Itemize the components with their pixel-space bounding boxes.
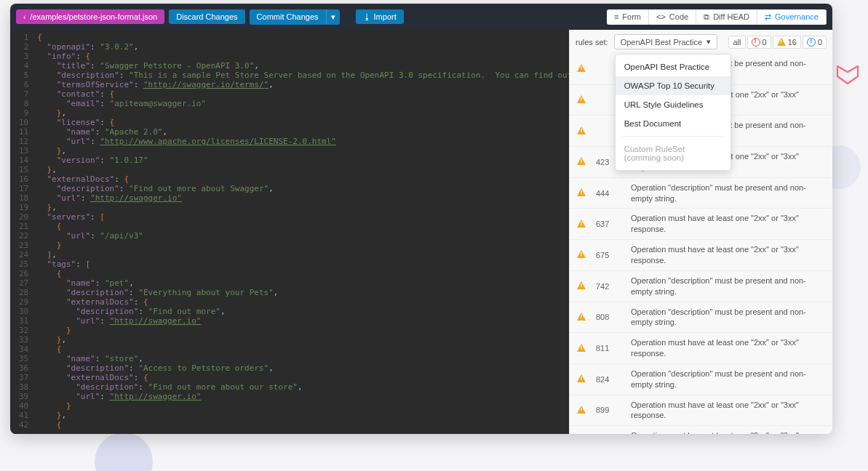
error-icon [752, 38, 760, 47]
rules-set-dropdown[interactable]: OpenAPI Best Practice ▾ OpenAPI Best Pra… [614, 34, 718, 49]
issue-message: Operation must have at least one "2xx" o… [631, 244, 825, 266]
code-content[interactable]: { "openapi": "3.0.2", "info": { "title":… [34, 30, 569, 434]
issue-row[interactable]: 637Operation must have at least one "2xx… [570, 209, 832, 240]
issue-message: Operation "description" must be present … [631, 182, 825, 204]
issue-message: Operation must have at least one "2xx" o… [631, 400, 825, 422]
issue-row[interactable]: 675Operation must have at least one "2xx… [570, 240, 832, 271]
issue-message: Operation must have at least one "2xx" o… [631, 337, 825, 359]
decorative-circle [95, 432, 153, 471]
ruleset-option[interactable]: OWASP Top 10 Security [616, 76, 730, 95]
issue-row[interactable]: 811Operation must have at least one "2xx… [570, 333, 832, 364]
filter-info[interactable]: 0 [803, 36, 827, 49]
warning-icon [577, 406, 586, 414]
issue-message: Operation "description" must be present … [631, 307, 825, 329]
code-editor[interactable]: 1234567891011121314151617181920212223242… [10, 30, 569, 434]
warning-icon [577, 250, 586, 258]
warning-icon [777, 38, 786, 46]
tab-governance[interactable]: ⇄ Governance [757, 9, 827, 25]
import-icon: ⭳ [363, 12, 371, 21]
menu-divider [621, 136, 725, 137]
filter-warnings[interactable]: 16 [773, 36, 801, 49]
issue-row[interactable]: 824Operation "description" must be prese… [570, 364, 832, 395]
warning-icon [577, 281, 586, 289]
rules-set-dropdown-menu: OpenAPI Best Practice OWASP Top 10 Secur… [615, 54, 731, 171]
import-button[interactable]: ⭳ Import [356, 9, 404, 24]
view-tabs: ≡ Form <> Code ⧉ Diff HEAD ⇄ Governance [607, 9, 827, 25]
warning-icon [577, 126, 586, 134]
issue-row[interactable]: 923Operation must have at least one "2xx… [570, 426, 832, 434]
warning-icon [577, 344, 586, 352]
issue-message: Operation "description" must be present … [631, 369, 825, 390]
commit-changes-button[interactable]: Commit Changes [250, 9, 326, 25]
commit-changes-split-button[interactable]: Commit Changes ▾ [250, 9, 340, 25]
issue-row[interactable]: 742Operation "description" must be prese… [570, 271, 832, 302]
warning-icon [577, 157, 586, 165]
app-window: ‹ /examples/petstore-json-format.json Di… [10, 4, 832, 434]
issue-message: Operation must have at least one "2xx" o… [631, 430, 825, 434]
issue-row[interactable]: 899Operation must have at least one "2xx… [570, 395, 832, 427]
warning-icon [577, 95, 586, 103]
issue-message: Operation must have at least one "2xx" o… [631, 213, 825, 235]
issue-line: 444 [596, 189, 624, 198]
filter-errors[interactable]: 0 [747, 36, 771, 49]
diff-icon: ⧉ [704, 12, 709, 22]
governance-panel: rules set: OpenAPI Best Practice ▾ OpenA… [569, 30, 832, 434]
issue-message: Operation "description" must be present … [631, 275, 825, 297]
warning-icon [577, 188, 586, 196]
rules-set-label: rules set: [576, 38, 608, 47]
info-icon [807, 38, 816, 47]
ruleset-option[interactable]: URL Style Guidelines [616, 95, 730, 114]
issue-line: 637 [596, 220, 624, 228]
chevron-down-icon: ▾ [706, 37, 711, 47]
issue-line: 675 [596, 251, 624, 259]
ruleset-option[interactable]: OpenAPI Best Practice [616, 57, 730, 76]
issue-line: 824 [596, 375, 624, 384]
warning-icon [577, 64, 586, 72]
issue-row[interactable]: 808Operation "description" must be prese… [570, 302, 832, 334]
issue-row[interactable]: 444Operation "description" must be prese… [570, 178, 832, 209]
brand-logo-icon [835, 62, 861, 91]
topbar: ‹ /examples/petstore-json-format.json Di… [10, 4, 832, 30]
form-icon: ≡ [614, 12, 618, 21]
issue-counts: all 0 16 0 [728, 36, 827, 49]
governance-icon: ⇄ [765, 12, 771, 22]
filter-all[interactable]: all [728, 36, 745, 49]
commit-dropdown-icon[interactable]: ▾ [326, 9, 340, 25]
issue-line: 742 [596, 282, 624, 291]
warning-icon [577, 313, 586, 321]
breadcrumb[interactable]: ‹ /examples/petstore-json-format.json [16, 9, 164, 24]
line-gutter: 1234567891011121314151617181920212223242… [10, 30, 34, 434]
tab-form[interactable]: ≡ Form [607, 9, 649, 25]
warning-icon [577, 220, 586, 228]
breadcrumb-path: /examples/petstore-json-format.json [30, 12, 157, 21]
ruleset-option[interactable]: Best Document [616, 114, 730, 133]
warning-icon [577, 374, 586, 382]
tab-diff-head[interactable]: ⧉ Diff HEAD [696, 9, 757, 25]
discard-changes-button[interactable]: Discard Changes [169, 9, 244, 24]
ruleset-option-disabled: Custom RuleSet (comming soon) [616, 140, 730, 167]
issue-line: 899 [596, 406, 624, 414]
main-area: 1234567891011121314151617181920212223242… [10, 30, 832, 434]
issue-line: 808 [596, 313, 624, 321]
code-icon: <> [656, 12, 666, 21]
panel-header: rules set: OpenAPI Best Practice ▾ OpenA… [570, 30, 832, 54]
back-arrow-icon: ‹ [23, 13, 25, 21]
issue-line: 811 [596, 344, 624, 353]
tab-code[interactable]: <> Code [649, 9, 696, 25]
